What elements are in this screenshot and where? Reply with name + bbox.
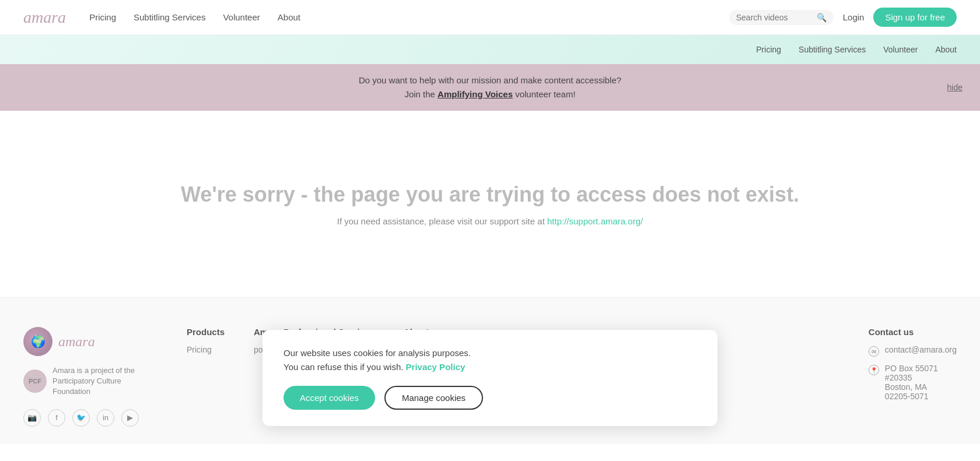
- secondary-nav-about[interactable]: About: [935, 45, 957, 54]
- contact-address: PO Box 55071 #20335 Boston, MA 02205-507…: [885, 364, 938, 401]
- nav-link-subtitling[interactable]: Subtitling Services: [134, 12, 205, 22]
- footer-logo-icon: 🌍: [23, 327, 52, 356]
- secondary-nav-subtitling[interactable]: Subtitling Services: [799, 45, 866, 54]
- error-title: We're sorry - the page you are trying to…: [181, 182, 799, 207]
- nav-right: 🔍 Login Sign up for free: [729, 8, 957, 27]
- nav-links: Pricing Subtitling Services Volunteer Ab…: [89, 12, 729, 22]
- volunteer-banner: Do you want to help with our mission and…: [0, 64, 980, 111]
- secondary-nav-pricing[interactable]: Pricing: [756, 45, 781, 54]
- email-icon: ✉: [869, 346, 879, 357]
- cookie-text-line2: You can refuse this if you wish.: [284, 362, 403, 372]
- top-navigation: amara Pricing Subtitling Services Volunt…: [0, 0, 980, 35]
- twitter-icon[interactable]: 🐦: [72, 409, 90, 427]
- banner-text-line1: Do you want to help with our mission and…: [359, 75, 621, 85]
- logo[interactable]: amara: [23, 8, 66, 27]
- amplifying-voices-link[interactable]: Amplifying Voices: [438, 89, 513, 99]
- footer-logo[interactable]: 🌍 amara: [23, 327, 152, 356]
- nav-link-volunteer[interactable]: Volunteer: [223, 12, 260, 22]
- logo-text: amara: [23, 8, 66, 26]
- footer-link-pricing[interactable]: Pricing: [187, 345, 225, 354]
- pcf-badge: PCF Amara is a project of the Participat…: [23, 365, 152, 397]
- main-content: We're sorry - the page you are trying to…: [0, 111, 980, 297]
- cookie-text-line1: Our website uses cookies for analysis pu…: [284, 348, 471, 358]
- banner-text-join: Join the: [404, 89, 438, 99]
- nav-link-about[interactable]: About: [278, 12, 300, 22]
- pcf-text: Amara is a project of the Participatory …: [52, 365, 152, 397]
- privacy-policy-link[interactable]: Privacy Policy: [406, 362, 466, 372]
- instagram-icon[interactable]: 📷: [23, 409, 41, 427]
- search-input[interactable]: [736, 13, 812, 22]
- footer-col-products-heading: Products: [187, 327, 225, 337]
- secondary-navigation: Pricing Subtitling Services Volunteer Ab…: [0, 35, 980, 64]
- login-link[interactable]: Login: [843, 12, 864, 22]
- location-icon: 📍: [869, 365, 879, 375]
- pcf-circle: PCF: [23, 369, 47, 393]
- cookie-text: Our website uses cookies for analysis pu…: [284, 346, 696, 374]
- facebook-icon[interactable]: f: [48, 409, 65, 427]
- cookie-banner: Our website uses cookies for analysis pu…: [262, 330, 718, 426]
- secondary-nav-volunteer[interactable]: Volunteer: [883, 45, 918, 54]
- nav-link-pricing[interactable]: Pricing: [89, 12, 116, 22]
- footer-logo-text: amara: [58, 334, 95, 350]
- footer-logo-col: 🌍 amara PCF Amara is a project of the Pa…: [23, 327, 152, 427]
- banner-hide-button[interactable]: hide: [947, 83, 963, 92]
- manage-cookies-button[interactable]: Manage cookies: [384, 386, 483, 410]
- social-icons: 📷 f 🐦 in ▶: [23, 409, 152, 427]
- cookie-buttons: Accept cookies Manage cookies: [284, 386, 696, 410]
- banner-text-team: volunteer team!: [513, 89, 576, 99]
- linkedin-icon[interactable]: in: [97, 409, 114, 427]
- support-link[interactable]: http://support.amara.org/: [547, 216, 643, 226]
- search-icon: 🔍: [817, 13, 827, 22]
- contact-email-item: ✉ contact@amara.org: [869, 345, 957, 357]
- footer-col-contact: Contact us ✉ contact@amara.org 📍 PO Box …: [869, 327, 957, 427]
- footer-col-products: Products Pricing: [187, 327, 225, 427]
- error-subtitle: If you need assistance, please visit our…: [337, 216, 643, 226]
- contact-email: contact@amara.org: [885, 345, 957, 354]
- signup-button[interactable]: Sign up for free: [873, 8, 957, 27]
- contact-address-item: 📍 PO Box 55071 #20335 Boston, MA 02205-5…: [869, 364, 957, 401]
- search-box[interactable]: 🔍: [729, 10, 834, 25]
- error-subtitle-before: If you need assistance, please visit our…: [337, 216, 547, 226]
- youtube-icon[interactable]: ▶: [121, 409, 139, 427]
- accept-cookies-button[interactable]: Accept cookies: [284, 386, 375, 410]
- footer-contact-heading: Contact us: [869, 327, 957, 337]
